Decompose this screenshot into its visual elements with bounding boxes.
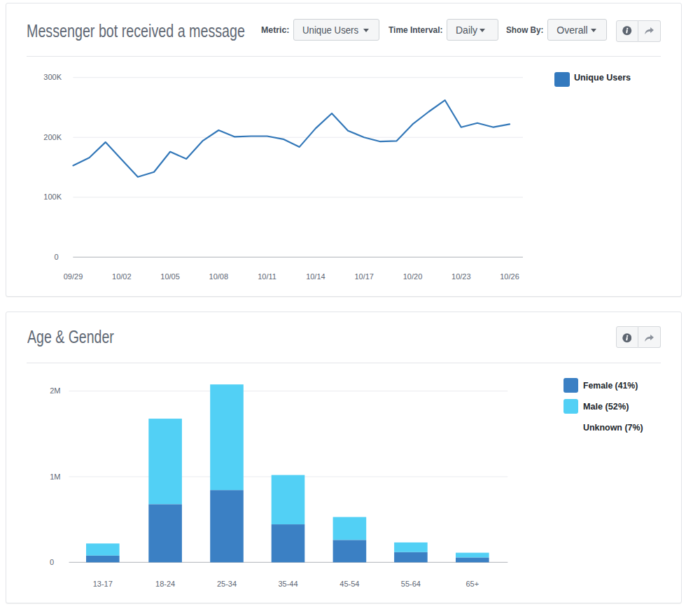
svg-text:10/02: 10/02: [112, 272, 132, 281]
svg-text:09/29: 09/29: [64, 272, 83, 281]
svg-text:10/05: 10/05: [160, 272, 180, 281]
svg-text:10/17: 10/17: [354, 272, 374, 281]
svg-text:200K: 200K: [43, 133, 62, 141]
svg-text:1M: 1M: [50, 472, 60, 481]
svg-text:13-17: 13-17: [93, 580, 113, 588]
svg-text:10/11: 10/11: [258, 272, 276, 281]
svg-text:55-64: 55-64: [401, 580, 421, 588]
svg-text:10/14: 10/14: [306, 272, 326, 281]
svg-text:2M: 2M: [50, 386, 60, 395]
svg-text:10/23: 10/23: [451, 272, 471, 281]
svg-text:35-44: 35-44: [278, 580, 298, 588]
svg-text:100K: 100K: [43, 192, 62, 201]
svg-text:300K: 300K: [43, 73, 62, 81]
svg-text:45-54: 45-54: [340, 580, 359, 588]
svg-text:65+: 65+: [465, 580, 479, 588]
svg-text:25-34: 25-34: [217, 580, 237, 588]
svg-text:10/26: 10/26: [500, 272, 519, 281]
svg-text:0: 0: [50, 558, 54, 566]
svg-text:0: 0: [54, 253, 58, 261]
svg-text:10/20: 10/20: [403, 272, 423, 281]
svg-text:10/08: 10/08: [209, 272, 229, 281]
svg-text:18-24: 18-24: [155, 580, 175, 588]
